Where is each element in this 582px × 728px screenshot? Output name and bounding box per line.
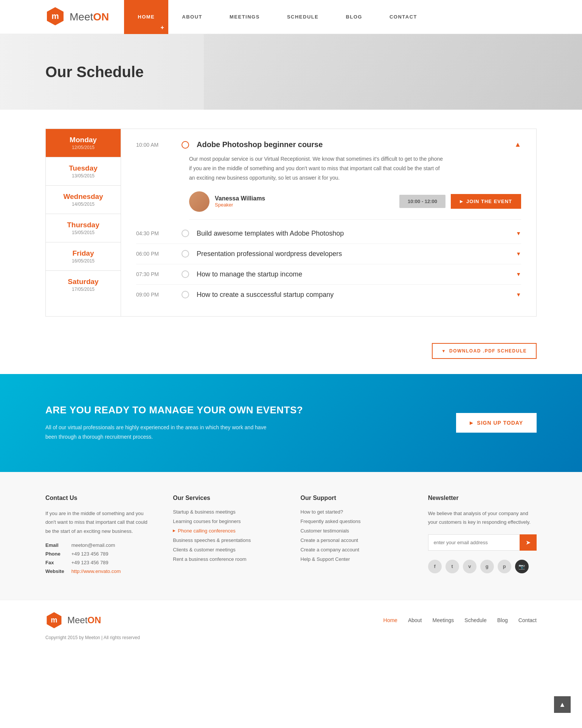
footer-services-heading: Our Services: [173, 495, 281, 501]
day-wednesday[interactable]: Wednesday 14/05/2015: [46, 186, 121, 214]
hero-banner: Our Schedule: [0, 34, 582, 110]
nav-about[interactable]: ABOUT: [168, 0, 216, 34]
event-dot-3: [182, 270, 189, 278]
day-thursday[interactable]: Thursday 15/05/2015: [46, 214, 121, 242]
event-dot-1: [182, 230, 189, 237]
copyright: Copyrright 2015 by Meeton | All rights r…: [45, 635, 537, 640]
support-link-3[interactable]: Customer testimonials: [301, 528, 409, 534]
day-date-tuesday: 13/05/2015: [50, 173, 117, 179]
twitter-icon[interactable]: t: [445, 560, 459, 573]
facebook-icon[interactable]: f: [428, 560, 442, 573]
featured-event: 10:00 AM Adobe Photoshop beginner course…: [136, 140, 521, 220]
day-date-saturday: 17/05/2015: [50, 287, 117, 292]
service-link-2[interactable]: Learning courses for beginners: [173, 518, 281, 524]
download-pdf-button[interactable]: ▼ DOWNLOAD .PDF SCHEDULE: [432, 343, 537, 359]
support-link-5[interactable]: Create a company account: [301, 547, 409, 553]
event-chevron-2[interactable]: ▼: [516, 251, 521, 257]
logo-text: MeetON: [70, 11, 109, 23]
instagram-icon[interactable]: 📷: [515, 560, 529, 573]
footer-phone-row: Phone +49 123 456 789: [45, 551, 154, 557]
svg-text:m: m: [51, 616, 57, 624]
footer-nav-about[interactable]: About: [408, 617, 422, 623]
featured-event-dot: [182, 141, 189, 149]
service-link-5[interactable]: Clients & customer meetings: [173, 547, 281, 553]
event-chevron-1[interactable]: ▼: [516, 230, 521, 236]
service-link-6[interactable]: Rent a business conference room: [173, 556, 281, 562]
footer: Contact Us If you are in the middle of s…: [0, 472, 582, 600]
cta-heading: ARE YOU READY TO MANAGE YOUR OWN EVENTS?: [45, 404, 303, 416]
footer-nav-schedule[interactable]: Schedule: [464, 617, 486, 623]
day-monday[interactable]: Monday 12/05/2015: [46, 129, 121, 157]
download-icon: ▼: [442, 349, 446, 353]
support-link-6[interactable]: Help & Support Center: [301, 556, 409, 562]
nav-home[interactable]: HOME +: [124, 0, 168, 34]
day-date-wednesday: 14/05/2015: [50, 202, 117, 207]
svg-text:m: m: [51, 11, 59, 21]
support-link-1[interactable]: How to get started?: [301, 509, 409, 515]
service-link-1[interactable]: Startup & business meetings: [173, 509, 281, 515]
pinterest-icon[interactable]: p: [498, 560, 511, 573]
day-friday[interactable]: Friday 16/05/2015: [46, 242, 121, 271]
newsletter-submit-button[interactable]: ➤: [520, 534, 537, 551]
event-time-3: 07:30 PM: [136, 271, 182, 277]
day-sidebar: Monday 12/05/2015 Tuesday 13/05/2015 Wed…: [45, 129, 121, 317]
service-link-3[interactable]: ▶ Phone calling conferences: [173, 528, 281, 534]
event-chevron-4[interactable]: ▼: [516, 292, 521, 298]
nav-meetings[interactable]: MEETINGS: [216, 0, 273, 34]
footer-nav-contact[interactable]: Contact: [518, 617, 537, 623]
event-time-2: 06:00 PM: [136, 251, 182, 257]
send-icon: ➤: [526, 539, 531, 546]
footer-support-col: Our Support How to get started? Frequent…: [301, 495, 409, 577]
day-tuesday[interactable]: Tuesday 13/05/2015: [46, 157, 121, 186]
footer-nav-blog[interactable]: Blog: [497, 617, 508, 623]
day-date-thursday: 15/05/2015: [50, 230, 117, 235]
day-date-friday: 16/05/2015: [50, 258, 117, 264]
footer-contact-col: Contact Us If you are in the middle of s…: [45, 495, 154, 577]
day-saturday[interactable]: Saturday 17/05/2015: [46, 271, 121, 299]
day-name-saturday: Saturday: [50, 278, 117, 286]
footer-logo-text: MeetON: [67, 615, 101, 626]
day-name-thursday: Thursday: [50, 221, 117, 229]
cta-description: All of our virtual professionals are hig…: [45, 423, 272, 442]
email-value: meeton@email.com: [71, 542, 115, 548]
fax-label: Fax: [45, 560, 70, 565]
footer-newsletter-heading: Newsletter: [428, 495, 537, 501]
featured-event-body: Our most popular service is our Virtual …: [189, 154, 521, 220]
footer-services-col: Our Services Startup & business meetings…: [173, 495, 281, 577]
signup-button[interactable]: ▶ SIGN UP TODAY: [456, 413, 537, 433]
footer-nav-meetings[interactable]: Meetings: [433, 617, 454, 623]
website-link[interactable]: http://www.envato.com: [71, 568, 121, 574]
day-name-wednesday: Wednesday: [50, 192, 117, 201]
website-label: Website: [45, 568, 70, 574]
footer-support-heading: Our Support: [301, 495, 409, 501]
vimeo-icon[interactable]: v: [463, 560, 476, 573]
footer-contact-heading: Contact Us: [45, 495, 154, 501]
event-time-badge: 10:00 - 12:00: [399, 195, 445, 208]
day-name-friday: Friday: [50, 249, 117, 258]
footer-logo: m MeetON: [45, 612, 101, 629]
event-chevron-3[interactable]: ▼: [516, 271, 521, 277]
event-dot-4: [182, 291, 189, 298]
nav-blog[interactable]: BLOG: [332, 0, 376, 34]
active-service-arrow: ▶: [173, 529, 175, 532]
footer-nav-home[interactable]: Home: [383, 617, 397, 623]
google-icon[interactable]: g: [480, 560, 494, 573]
service-link-4[interactable]: Business speeches & presentations: [173, 537, 281, 543]
featured-event-toggle-icon[interactable]: ▲: [514, 141, 521, 149]
support-link-4[interactable]: Create a personal account: [301, 537, 409, 543]
footer-contact-paragraph: If you are in the middle of something an…: [45, 509, 154, 536]
fax-value: +49 123 456 789: [71, 560, 109, 565]
header: m MeetON HOME + ABOUT MEETINGS SCHEDULE …: [0, 0, 582, 34]
featured-event-title: Adobe Photoshop beginner course: [197, 140, 511, 149]
page-title: Our Schedule: [45, 64, 144, 81]
main-nav: HOME + ABOUT MEETINGS SCHEDULE BLOG CONT…: [124, 0, 431, 34]
support-link-2[interactable]: Frequently asked questions: [301, 518, 409, 524]
social-icons: f t v g p 📷: [428, 560, 537, 573]
newsletter-email-input[interactable]: [428, 534, 520, 551]
nav-contact[interactable]: CONTACT: [376, 0, 431, 34]
schedule-panel: 10:00 AM Adobe Photoshop beginner course…: [121, 129, 537, 317]
email-label: Email: [45, 542, 70, 548]
join-event-button[interactable]: ▶ JOIN THE EVENT: [451, 194, 521, 209]
nav-schedule[interactable]: SCHEDULE: [273, 0, 332, 34]
footer-fax-row: Fax +49 123 456 789: [45, 560, 154, 565]
